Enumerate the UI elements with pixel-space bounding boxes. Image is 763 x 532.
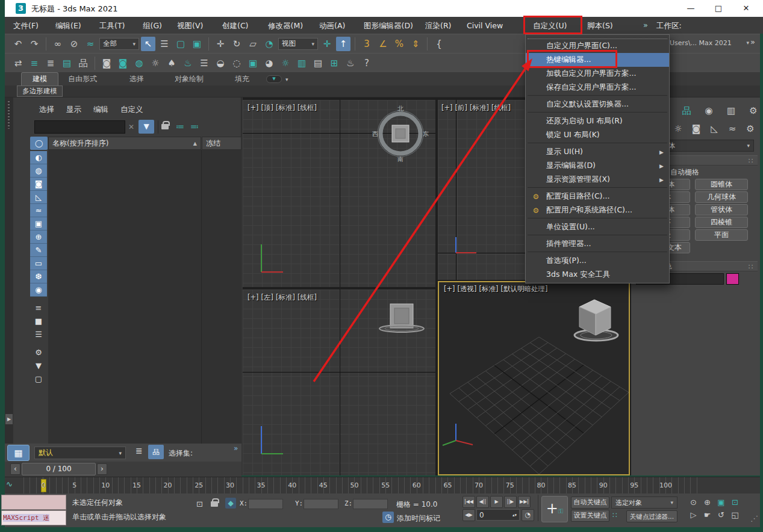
collapse-hierarchy-icon[interactable]: ≕ <box>190 122 199 131</box>
effects-ring-icon[interactable]: ◌ <box>229 56 244 70</box>
selection-filter-dropdown[interactable]: 全部▾ <box>99 38 139 50</box>
y-coordinate-field[interactable] <box>304 499 338 509</box>
menu-create[interactable]: 创建(C) <box>222 21 248 31</box>
project-folder-dropdown[interactable]: Users\... Max 2021 ▾ <box>670 36 749 49</box>
chevron-down-icon[interactable]: ▾ <box>285 76 288 82</box>
menu-civil-view[interactable]: Civil View <box>467 21 503 30</box>
spacewarps-category-icon[interactable]: ≈ <box>725 122 740 136</box>
named-selection-sets-icon[interactable]: { <box>432 37 446 51</box>
schematic-view-icon[interactable]: 品 <box>76 56 90 70</box>
explorer-list-area[interactable] <box>48 150 241 444</box>
light-lister-icon[interactable]: ☼ <box>278 56 293 70</box>
rendered-frame-icon[interactable]: ▣ <box>246 56 260 70</box>
key-mode-toggle-icon[interactable]: ◀▶ <box>462 509 475 521</box>
angle-snap-icon[interactable]: ∠ <box>376 37 390 51</box>
maxscript-mini-listener[interactable]: MAXScript 迷 <box>1 510 66 525</box>
viewport-label-part[interactable]: [标准] <box>276 104 295 113</box>
menu-item-15[interactable]: 首选项(P)... <box>526 254 669 268</box>
play-button[interactable]: ▶ <box>490 496 503 508</box>
spinner-snap-icon[interactable]: ⇕ <box>408 37 423 51</box>
menu-item-16[interactable]: 3ds Max 安全工具 <box>526 268 669 282</box>
select-by-name-icon[interactable]: ☰ <box>157 37 172 51</box>
object-type-button[interactable]: 管状体 <box>695 204 748 215</box>
viewport-label-part[interactable]: [+] <box>248 293 259 302</box>
move-icon[interactable]: ✛ <box>213 37 228 51</box>
cameras-category-icon[interactable]: ◙ <box>689 122 703 136</box>
render-list-icon[interactable]: ☰ <box>197 56 211 70</box>
menu-views[interactable]: 视图(V) <box>177 21 203 31</box>
detail-view-icon[interactable]: ☰ <box>30 328 47 341</box>
menu-item-13[interactable]: 单位设置(U)... <box>526 220 669 234</box>
freeze-filter-icon[interactable]: ❆ <box>30 270 47 283</box>
zoom-all-icon[interactable]: ⊕ <box>700 496 714 509</box>
maximize-button[interactable]: □ <box>708 2 729 14</box>
maxscript-macro-box[interactable] <box>1 495 66 510</box>
add-time-tag[interactable]: 添加时间标记 <box>397 513 440 524</box>
prev-key-button[interactable]: ‹ <box>10 463 20 475</box>
display-spacewarps-icon[interactable]: ≈ <box>30 204 47 217</box>
filter-settings-icon[interactable]: ⚙ <box>30 346 47 359</box>
display-panel-icon[interactable]: ▥ <box>294 56 309 70</box>
reference-coordinate-dropdown[interactable]: 视图▾ <box>278 38 318 50</box>
minimize-button[interactable]: — <box>680 2 701 14</box>
menu-tools[interactable]: 工具(T) <box>99 21 125 31</box>
time-slider-handle[interactable]: 0 / 100 <box>22 463 96 475</box>
z-coordinate-field[interactable] <box>353 499 388 509</box>
display-geometry-icon[interactable]: ◐ <box>30 151 47 164</box>
track-bar[interactable]: ∿ 0 051015202530354045505560657075808590… <box>5 477 760 493</box>
selection-lock-icon[interactable] <box>211 500 218 509</box>
ribbon-tab-selection[interactable]: 选择 <box>129 74 144 84</box>
menu-graph-editors[interactable]: 图形编辑器(D) <box>364 21 413 31</box>
explorer-menu-customize[interactable]: 自定义 <box>120 105 143 115</box>
unlink-icon[interactable]: ⊘ <box>67 37 81 51</box>
menu-item-9[interactable]: 显示编辑器(D)▶ <box>526 159 669 173</box>
menu-item-11[interactable]: ⚙配置项目路径(C)... <box>526 190 669 203</box>
next-key-button[interactable]: › <box>97 463 107 475</box>
environment-icon[interactable]: ◒ <box>213 56 228 70</box>
key-steps-icon[interactable]: ∷ <box>612 511 617 519</box>
selection-set-dropdown[interactable]: 选定对象 ▾ <box>611 496 677 509</box>
container-icon[interactable]: ▢ <box>30 373 47 386</box>
ribbon-minimize-icon[interactable]: ▼ <box>266 75 282 83</box>
viewport-label-part[interactable]: [标准] <box>276 293 295 302</box>
display-containers-icon[interactable]: ⊕ <box>30 230 47 244</box>
explorer-menu-select[interactable]: 选择 <box>39 105 54 115</box>
mini-curve-editor-icon[interactable]: ∿ <box>6 480 13 489</box>
menu-modifiers[interactable]: 修改器(M) <box>268 21 303 31</box>
rotate-icon[interactable]: ↻ <box>229 37 244 51</box>
menu-item-10[interactable]: 显示资源管理器(X)▶ <box>526 173 669 187</box>
rect-selection-region-icon[interactable]: ▢ <box>173 37 188 51</box>
tree-icon[interactable]: ♠ <box>164 56 179 70</box>
search-clear-icon[interactable]: ✕ <box>128 123 134 131</box>
viewport-perspective[interactable] <box>438 281 630 475</box>
viewport-label-part[interactable]: [线框] <box>297 104 317 113</box>
select-object-icon[interactable]: ↖ <box>141 37 155 51</box>
viewport-label-part[interactable]: [前] <box>455 104 467 113</box>
go-end-button[interactable]: ▶▶| <box>518 496 531 508</box>
viewport-label-part[interactable]: [左] <box>261 293 273 302</box>
expand-panel-button[interactable]: ▶ <box>5 414 13 424</box>
menu-group[interactable]: 组(G) <box>143 21 162 31</box>
menu-item-6[interactable]: 还原为启动 UI 布局(R) <box>526 114 669 128</box>
viewport-label-part[interactable]: [默认明暗处理] <box>501 285 548 294</box>
window-crossing-icon[interactable]: ▣ <box>190 37 204 51</box>
x-coordinate-field[interactable] <box>248 499 283 509</box>
help-icon[interactable]: ? <box>360 56 374 70</box>
select-all-toggle-icon[interactable]: ◯ <box>30 137 48 150</box>
object-type-button[interactable]: 圆锥体 <box>695 179 748 190</box>
menu-item-4[interactable]: 保存自定义用户界面方案... <box>526 81 669 94</box>
display-hidden-icon[interactable]: ◉ <box>30 283 47 297</box>
select-manipulate-icon[interactable]: ↑ <box>336 37 350 51</box>
display-helpers-icon[interactable]: ◺ <box>30 191 47 204</box>
column-header-frozen[interactable]: 冻结 <box>202 137 241 150</box>
maximize-viewport-icon[interactable]: ◱ <box>728 509 742 521</box>
viewport-label-part[interactable]: [+] <box>248 104 259 113</box>
video-camera-icon[interactable]: ◙ <box>99 56 114 70</box>
menu-item-8[interactable]: 显示 UI(H)▶ <box>526 145 669 159</box>
resize-grip-icon[interactable]: ⋰ <box>750 514 758 523</box>
track-ruler[interactable]: 0 05101520253035404550556065707580859095… <box>18 477 697 494</box>
undo-icon[interactable]: ↶ <box>11 37 25 51</box>
align-icon[interactable]: ≡ <box>27 56 42 70</box>
key-filters-button[interactable]: 关键点过滤器... <box>626 510 677 522</box>
ribbon-tab-modeling[interactable]: 建模 <box>21 72 58 85</box>
